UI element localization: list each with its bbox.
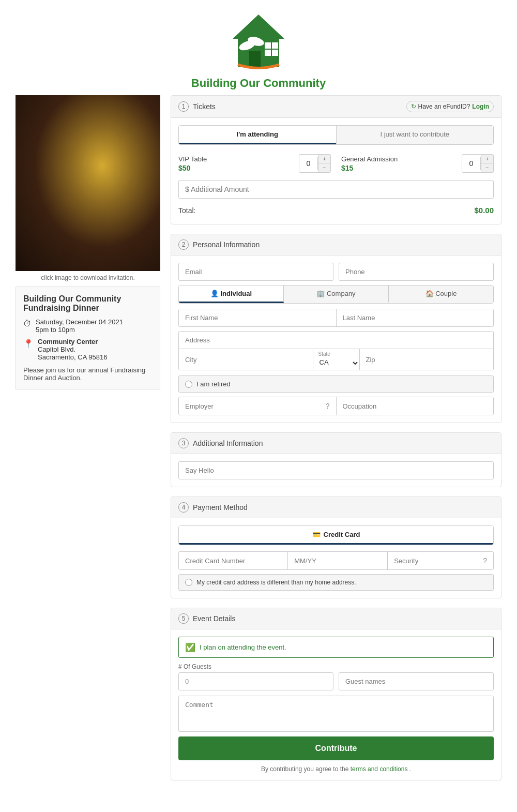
event-location-addr2: Sacramento, CA 95816 (38, 353, 107, 361)
terms-link[interactable]: terms and conditions (351, 765, 408, 773)
event-location-row: 📍 Community Center Capitol Blvd. Sacrame… (23, 338, 153, 361)
additional-section-number: 3 (178, 438, 189, 448)
personal-section-body: 👤 Individual 🏢 Company 🏠 Couple (171, 255, 501, 423)
personal-section-title: Personal Information (193, 240, 260, 249)
vip-decrement-button[interactable]: − (318, 163, 330, 172)
general-ticket-price: $15 (341, 164, 398, 172)
efundid-icon: ↻ (411, 103, 416, 110)
retired-label: I am retired (196, 380, 231, 388)
guest-names-col (339, 663, 494, 690)
contribute-button[interactable]: Contribute (178, 736, 494, 760)
tickets-section: 1 Tickets ↻ Have an eFundID? Login I'm a… (171, 95, 501, 224)
tickets-section-body: I'm attending I just want to contribute … (171, 118, 501, 224)
logo-icon (227, 10, 290, 72)
additional-section-header: 3 Additional Information (171, 433, 501, 454)
payment-section-body: 💳 Credit Card ? My credit card (171, 518, 501, 598)
address-row1 (179, 332, 493, 349)
event-date-row: ⏱ Saturday, December 04 2021 5pm to 10pm (23, 318, 153, 334)
payment-section-title: Payment Method (193, 503, 248, 512)
payment-tab-group: 💳 Credit Card (178, 525, 494, 545)
vip-increment-button[interactable]: + (318, 155, 330, 163)
retired-row: I am retired (178, 375, 494, 393)
total-label: Total: (178, 206, 195, 215)
phone-field[interactable] (339, 263, 494, 281)
tab-credit-card[interactable]: 💳 Credit Card (179, 526, 493, 545)
event-time: 5pm to 10pm (36, 326, 123, 334)
general-counter-buttons: + − (481, 155, 493, 172)
tab-individual[interactable]: 👤 Individual (179, 285, 284, 303)
right-column: 1 Tickets ↻ Have an eFundID? Login I'm a… (171, 95, 501, 790)
general-ticket-item: General Admission $15 0 + − (341, 152, 494, 175)
tickets-section-title: Tickets (193, 102, 216, 111)
tickets-header-left: 1 Tickets (178, 101, 216, 112)
vip-ticket-item: VIP Table $50 0 + − (178, 152, 331, 175)
efundid-container: ↻ Have an eFundID? Login (406, 101, 494, 112)
cc-address-row: My credit card address is different than… (178, 574, 494, 591)
efundid-text: Have an eFundID? (418, 103, 470, 110)
first-name-field[interactable] (179, 309, 337, 326)
state-col: State CA NY TX (313, 349, 360, 370)
cc-security-wrapper: ? (388, 552, 493, 569)
payment-section-header: 4 Payment Method (171, 497, 501, 518)
cc-number-input[interactable] (179, 552, 288, 569)
last-name-field[interactable] (337, 309, 494, 326)
email-field[interactable] (178, 263, 333, 281)
comment-input[interactable] (178, 696, 494, 732)
guest-names-empty-label (339, 663, 494, 670)
event-info-box: Building Our Community Fundraising Dinne… (16, 287, 160, 389)
vip-ticket-count: 0 (299, 157, 318, 170)
state-select[interactable]: CA NY TX (313, 357, 359, 370)
guests-count-col: # Of Guests (178, 663, 333, 690)
cc-address-radio[interactable] (185, 579, 192, 586)
employer-help-icon[interactable]: ? (326, 402, 330, 410)
event-location-name: Community Center (38, 338, 107, 345)
personal-section-number: 2 (178, 239, 189, 250)
retired-radio[interactable] (185, 381, 192, 388)
occupation-field[interactable] (337, 397, 494, 415)
personal-section-header: 2 Personal Information (171, 234, 501, 255)
employer-occupation-row: ? (178, 397, 494, 415)
general-increment-button[interactable]: + (481, 155, 493, 163)
tab-company[interactable]: 🏢 Company (284, 285, 389, 303)
address-group: State CA NY TX (178, 331, 494, 370)
tab-couple[interactable]: 🏠 Couple (389, 285, 493, 303)
svg-rect-3 (265, 50, 271, 56)
zip-field[interactable] (360, 349, 494, 370)
additional-section-title: Additional Information (193, 439, 263, 447)
employer-input[interactable] (185, 402, 323, 410)
security-help-icon[interactable]: ? (483, 557, 487, 565)
tab-contribute[interactable]: I just want to contribute (337, 126, 494, 144)
payment-section-number: 4 (178, 502, 189, 513)
address-field[interactable] (179, 332, 493, 349)
event-details-section-body: ✅ I plan on attending the event. # Of Gu… (171, 629, 501, 780)
email-phone-row (178, 263, 494, 281)
vip-ticket-info: VIP Table $50 (178, 155, 207, 172)
page-title: Building Our Community (0, 77, 517, 90)
general-ticket-counter: 0 + − (462, 154, 494, 173)
general-decrement-button[interactable]: − (481, 163, 493, 172)
event-info-title: Building Our Community Fundraising Dinne… (23, 294, 153, 313)
additional-header-left: 3 Additional Information (178, 438, 263, 448)
cc-exp-input[interactable] (288, 552, 388, 569)
efundid-login-link[interactable]: Login (472, 103, 489, 110)
vip-ticket-price: $50 (178, 164, 207, 172)
say-hello-input[interactable] (178, 461, 494, 479)
city-field[interactable] (179, 349, 313, 370)
name-combined-row (179, 309, 493, 326)
attending-label: I plan on attending the event. (200, 643, 286, 651)
guests-count-input[interactable] (178, 672, 333, 690)
company-icon: 🏢 (316, 290, 325, 297)
guest-names-input[interactable] (339, 672, 494, 690)
image-caption[interactable]: click image to download invitation. (16, 271, 160, 287)
payment-section: 4 Payment Method 💳 Credit Card (171, 497, 501, 598)
left-column: click image to download invitation. Buil… (16, 95, 160, 790)
event-image[interactable] (16, 95, 160, 271)
state-label: State (313, 349, 359, 357)
vip-counter-buttons: + − (318, 155, 330, 172)
guests-label: # Of Guests (178, 663, 333, 670)
svg-rect-4 (272, 50, 278, 56)
cc-security-input[interactable] (394, 557, 481, 565)
general-ticket-count: 0 (462, 157, 481, 170)
tab-attending[interactable]: I'm attending (179, 126, 336, 144)
additional-amount-input[interactable] (178, 180, 494, 199)
